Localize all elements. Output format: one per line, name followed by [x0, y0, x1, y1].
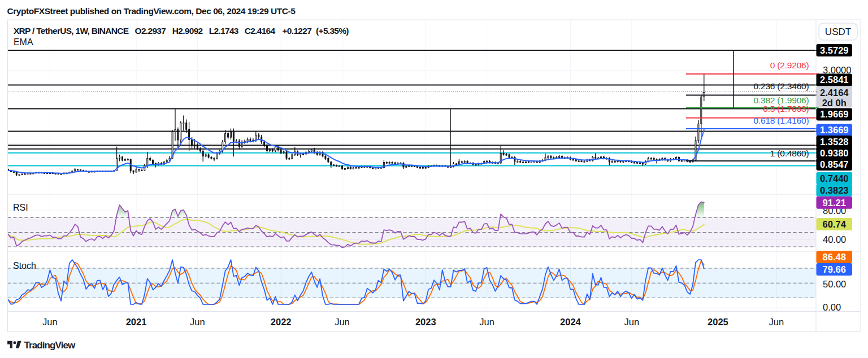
svg-text:0.618 (1.4160): 0.618 (1.4160)	[753, 116, 809, 125]
svg-text:2021: 2021	[126, 317, 147, 327]
svg-text:60.74: 60.74	[823, 219, 847, 229]
svg-text:1.3528: 1.3528	[820, 137, 848, 147]
svg-text:USDT: USDT	[825, 27, 851, 37]
svg-text:CryptoFXStreet published on Tr: CryptoFXStreet published on TradingView.…	[7, 6, 296, 16]
svg-text:2022: 2022	[271, 317, 292, 327]
svg-text:3.5729: 3.5729	[820, 45, 848, 55]
svg-text:2025: 2025	[708, 317, 728, 327]
svg-text:O2.2937: O2.2937	[135, 26, 166, 36]
svg-text:2024: 2024	[560, 317, 581, 327]
svg-text:TradingView: TradingView	[24, 340, 76, 351]
svg-text:50.00: 50.00	[823, 279, 846, 289]
svg-text:C2.4164: C2.4164	[245, 26, 276, 36]
svg-text:2.4164: 2.4164	[820, 88, 849, 98]
svg-text:86.48: 86.48	[823, 252, 846, 262]
svg-text:0.5 (1.7033): 0.5 (1.7033)	[763, 104, 809, 113]
svg-text:Jun: Jun	[190, 317, 205, 327]
svg-text:0.236 (2.3460): 0.236 (2.3460)	[753, 81, 809, 91]
svg-text:0.9380: 0.9380	[820, 148, 848, 158]
svg-text:0 (2.9206): 0 (2.9206)	[770, 60, 809, 70]
svg-text:0.7440: 0.7440	[820, 173, 848, 184]
svg-text:1.9669: 1.9669	[820, 109, 848, 119]
svg-text:RSI: RSI	[13, 203, 28, 212]
svg-text:1.3669: 1.3669	[820, 125, 848, 135]
svg-text:Stoch: Stoch	[13, 261, 36, 270]
svg-text:0.8547: 0.8547	[820, 159, 848, 169]
svg-text:EMA: EMA	[14, 37, 33, 47]
svg-text:Jun: Jun	[624, 317, 639, 327]
svg-text:2023: 2023	[415, 317, 436, 327]
svg-text:2d 0h: 2d 0h	[822, 98, 847, 108]
svg-text:H2.9092: H2.9092	[172, 26, 203, 36]
svg-text:0.3823: 0.3823	[820, 185, 848, 195]
svg-text:L2.1743: L2.1743	[209, 26, 239, 36]
svg-text:Jun: Jun	[769, 317, 784, 327]
svg-text:1 (0.4860): 1 (0.4860)	[770, 149, 809, 158]
svg-text:+0.1227: +0.1227	[283, 26, 312, 36]
svg-text:0.00: 0.00	[823, 302, 841, 312]
svg-text:XRP / TetherUS, 1W, BINANCE: XRP / TetherUS, 1W, BINANCE	[14, 26, 129, 36]
svg-text:40.00: 40.00	[823, 234, 846, 245]
svg-text:79.66: 79.66	[823, 264, 846, 274]
svg-text:(+5.35%): (+5.35%)	[316, 26, 349, 36]
svg-text:2.5841: 2.5841	[820, 75, 848, 85]
svg-text:Jun: Jun	[42, 317, 58, 327]
svg-text:Jun: Jun	[479, 317, 494, 327]
svg-text:91.21: 91.21	[823, 198, 846, 208]
svg-text:Jun: Jun	[335, 317, 350, 327]
